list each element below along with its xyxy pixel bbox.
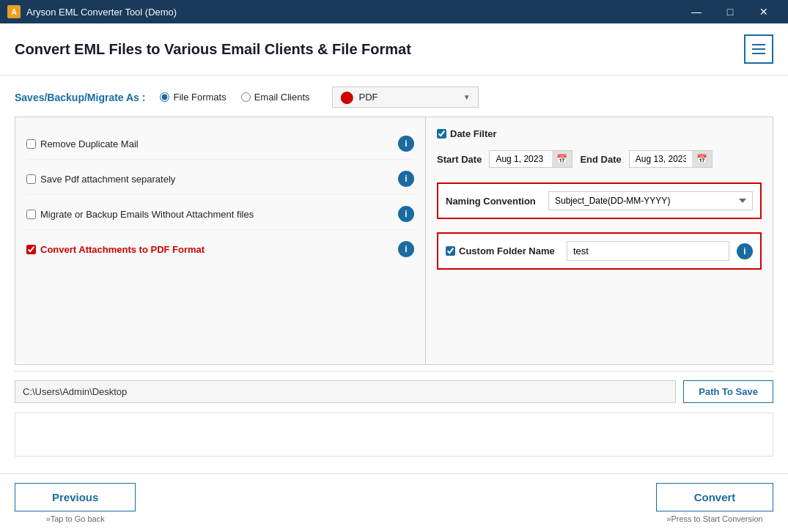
maximize-button[interactable]: □ (713, 0, 747, 23)
remove-duplicate-row: Remove Duplicate Mail i (26, 128, 414, 160)
progress-area (15, 413, 773, 457)
email-clients-radio-input[interactable] (241, 92, 251, 102)
format-selected: PDF (359, 92, 457, 103)
format-dropdown[interactable]: ⬤ PDF ▼ (332, 86, 479, 108)
start-date-input[interactable] (490, 151, 552, 167)
naming-row: Naming Convention Subject_Date(DD-MM-YYY… (446, 191, 753, 210)
convert-attachments-input[interactable] (26, 245, 36, 254)
menu-button[interactable] (744, 34, 773, 64)
email-clients-label: Email Clients (254, 92, 310, 103)
end-date-input-group: 📅 (629, 150, 712, 168)
left-panel: Remove Duplicate Mail i Save Pdf attachm… (15, 117, 426, 364)
custom-folder-section: Custom Folder Name i (437, 232, 762, 270)
custom-folder-info-button[interactable]: i (737, 243, 753, 259)
date-filter-row: Date Filter (437, 128, 762, 139)
migrate-without-attachment-input[interactable] (26, 210, 36, 219)
path-to-save-button[interactable]: Path To Save (683, 380, 773, 403)
titlebar-left: A Aryson EML Converter Tool (Demo) (7, 5, 177, 18)
remove-duplicate-info-button[interactable]: i (398, 136, 414, 152)
start-date-input-group: 📅 (489, 150, 572, 168)
panels-container: Remove Duplicate Mail i Save Pdf attachm… (15, 117, 773, 365)
remove-duplicate-label: Remove Duplicate Mail (40, 138, 139, 149)
naming-convention-select[interactable]: Subject_Date(DD-MM-YYYY)Date_SubjectSubj… (548, 191, 753, 210)
window-controls: — □ ✕ (680, 0, 781, 23)
footer-left: Previous »Tap to Go back (15, 483, 136, 523)
file-formats-label: File Formats (173, 92, 226, 103)
titlebar-title: Aryson EML Converter Tool (Demo) (26, 7, 177, 18)
migrate-without-attachment-label: Migrate or Backup Emails Without Attachm… (40, 209, 254, 220)
titlebar: A Aryson EML Converter Tool (Demo) — □ ✕ (0, 0, 788, 23)
date-filter-label-text: Date Filter (450, 128, 497, 139)
save-pdf-attachment-row: Save Pdf attachment separately i (26, 163, 414, 195)
saves-label: Saves/Backup/Migrate As : (15, 92, 145, 103)
convert-attachments-row: Convert Attachments to PDF Format i (26, 234, 414, 265)
main-window: A Aryson EML Converter Tool (Demo) — □ ✕… (0, 0, 788, 532)
custom-folder-label: Custom Folder Name (459, 245, 555, 256)
previous-button[interactable]: Previous (15, 483, 136, 511)
start-date-label: Start Date (437, 154, 482, 165)
save-pdf-attachment-checkbox[interactable]: Save Pdf attachment separately (26, 174, 175, 185)
previous-hint: »Tap to Go back (46, 514, 105, 523)
footer-right: Convert »Press to Start Conversion (656, 483, 773, 523)
custom-folder-row: Custom Folder Name i (446, 241, 753, 261)
convert-attachments-checkbox[interactable]: Convert Attachments to PDF Format (26, 244, 205, 255)
end-date-label: End Date (580, 154, 621, 165)
app-title: Convert EML Files to Various Email Clien… (15, 41, 411, 58)
chevron-down-icon: ▼ (463, 93, 471, 101)
email-clients-radio[interactable]: Email Clients (241, 92, 310, 103)
footer: Previous »Tap to Go back Convert »Press … (0, 473, 788, 532)
close-button[interactable]: ✕ (747, 0, 781, 23)
menu-bar-1 (752, 44, 765, 45)
migrate-without-attachment-info-button[interactable]: i (398, 206, 414, 222)
path-area: Path To Save (15, 371, 773, 407)
content-area: Saves/Backup/Migrate As : File Formats E… (0, 75, 788, 473)
end-date-calendar-button[interactable]: 📅 (692, 151, 712, 167)
minimize-button[interactable]: — (680, 0, 713, 23)
custom-folder-name-input[interactable] (567, 241, 729, 261)
save-pdf-attachment-label: Save Pdf attachment separately (40, 174, 175, 185)
end-date-input[interactable] (630, 151, 692, 167)
date-row: Start Date 📅 End Date 📅 (437, 150, 762, 168)
save-pdf-attachment-input[interactable] (26, 174, 36, 184)
options-row: Saves/Backup/Migrate As : File Formats E… (15, 86, 773, 108)
migrate-without-attachment-checkbox[interactable]: Migrate or Backup Emails Without Attachm… (26, 209, 254, 220)
remove-duplicate-checkbox[interactable]: Remove Duplicate Mail (26, 138, 139, 149)
custom-folder-input[interactable] (446, 246, 455, 256)
path-input[interactable] (15, 380, 676, 403)
convert-attachments-label: Convert Attachments to PDF Format (40, 244, 205, 255)
convert-button[interactable]: Convert (656, 483, 773, 511)
custom-folder-checkbox[interactable]: Custom Folder Name (446, 245, 559, 256)
naming-convention-label: Naming Convention (446, 196, 541, 207)
file-formats-radio[interactable]: File Formats (160, 92, 226, 103)
app-header: Convert EML Files to Various Email Clien… (0, 23, 788, 75)
migrate-without-attachment-row: Migrate or Backup Emails Without Attachm… (26, 199, 414, 230)
convert-attachments-info-button[interactable]: i (398, 241, 414, 257)
menu-bar-3 (752, 53, 765, 54)
pdf-icon: ⬤ (340, 90, 353, 104)
remove-duplicate-input[interactable] (26, 139, 36, 149)
file-formats-radio-input[interactable] (160, 92, 169, 102)
app-logo: A (7, 5, 21, 18)
date-filter-checkbox[interactable]: Date Filter (437, 128, 497, 139)
convert-hint: »Press to Start Conversion (666, 514, 762, 523)
save-pdf-attachment-info-button[interactable]: i (398, 171, 414, 187)
date-filter-input[interactable] (437, 129, 446, 138)
menu-bar-2 (752, 48, 765, 50)
start-date-calendar-button[interactable]: 📅 (552, 151, 572, 167)
naming-convention-section: Naming Convention Subject_Date(DD-MM-YYY… (437, 182, 762, 219)
right-panel: Date Filter Start Date 📅 End Date 📅 (426, 117, 773, 364)
